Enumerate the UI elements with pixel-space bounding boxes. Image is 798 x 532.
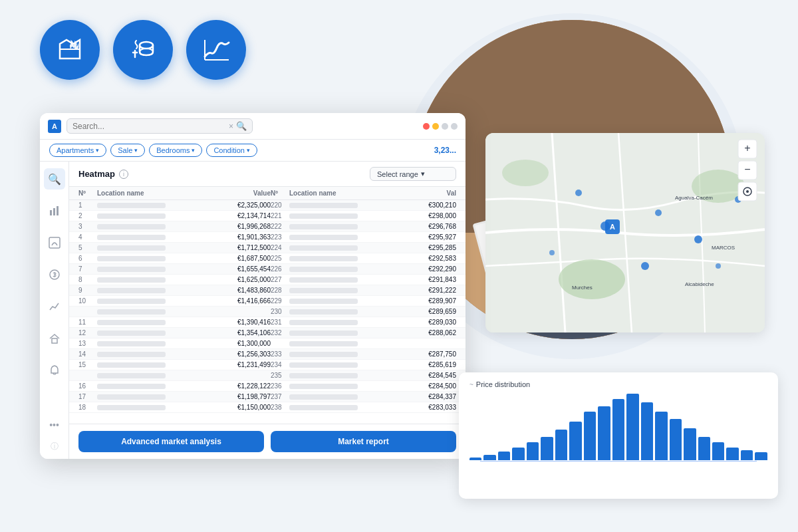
cell-loc1 [97,256,166,261]
sidebar-heatmap-icon[interactable] [44,232,65,253]
cell-n2: 233 [271,350,289,358]
sidebar-more-icon[interactable]: ••• [49,420,59,430]
sidebar-analytics-icon[interactable] [44,296,65,317]
cell-n2: 224 [271,244,289,251]
heatmap-info-icon: i [119,170,128,179]
cell-val2: €284,500 [403,382,456,390]
chart-bar [726,448,738,460]
cell-val1: €1,300,000 [211,340,271,347]
sidebar-barchart-icon[interactable] [44,200,65,221]
cell-val2: €289,907 [403,297,456,305]
cell-n1: 9 [78,287,97,294]
cell-val1: €1,901,363 [211,233,271,241]
settings-btn[interactable] [442,123,448,130]
cell-n2: 236 [271,382,289,390]
cell-loc2 [289,394,358,400]
chart-panel: ~ Price distribution [459,372,778,499]
cell-val1: €1,231,499 [211,361,271,368]
cell-val2: €295,285 [403,244,456,251]
table-row: 18 €1,150,000 238 €283,033 [69,402,466,413]
heatmap-header: Heatmap i Select range ▾ [69,162,466,187]
cell-n2: 223 [271,233,289,241]
close-window-btn[interactable] [423,123,430,130]
sidebar-bell-icon[interactable] [44,360,65,381]
svg-point-30 [655,209,662,216]
chart-bar [541,437,553,460]
table-row: 14 €1,256,303 233 €287,750 [69,349,466,360]
cell-n1: 13 [78,340,97,347]
filter-sale[interactable]: Sale ▾ [110,144,145,157]
chart-bar [584,412,596,460]
svg-point-35 [575,190,582,196]
filter-condition[interactable]: Condition ▾ [206,144,257,157]
table-row: 6 €1,687,500 225 €292,583 [69,253,466,264]
cell-loc1 [97,288,166,293]
chart-bar [712,442,724,460]
cell-n1: 1 [78,201,97,209]
cell-loc2 [289,373,358,378]
map-panel: Agualva-Cacém Murches MARCOS Alcabideche… [485,133,765,332]
cell-val1: €1,625,000 [211,276,271,283]
search-bar-container: × 🔍 [66,118,253,134]
filter-bedrooms[interactable]: Bedrooms ▾ [149,144,202,157]
map-fire-icon [40,20,100,80]
table-row: 230 €289,659 [69,307,466,317]
table-row: 3 €1,996,268 222 €296,768 [69,221,466,232]
search-close-icon[interactable]: × [229,122,233,131]
cell-loc1 [97,224,166,229]
cell-loc1 [97,299,166,304]
svg-text:MARCOS: MARCOS [712,245,735,251]
col-header-n1: Nº [78,190,97,197]
cell-val1: €1,712,500 [211,244,271,251]
advanced-analysis-button[interactable]: Advanced market analysis [78,431,264,452]
svg-point-47 [746,190,749,193]
cell-n2: 235 [271,372,289,379]
svg-point-34 [716,263,721,269]
sidebar-home-icon[interactable] [44,328,65,349]
sidebar-search-icon[interactable]: 🔍 [44,168,65,190]
filter-apartments[interactable]: Apartments ▾ [49,144,106,157]
expand-btn[interactable] [451,123,458,130]
market-chart-icon [186,20,246,80]
cell-n1: 14 [78,350,97,358]
minimize-window-btn[interactable] [432,123,439,130]
cell-val1: €1,416,666 [211,297,271,305]
cell-val1: €1,228,122 [211,382,271,390]
chart-bar [512,448,524,460]
filter-apartments-label: Apartments [57,146,94,154]
cell-n2: 229 [271,297,289,305]
cell-n2: 221 [271,212,289,219]
cell-loc1 [97,245,166,251]
cell-loc1 [97,267,166,272]
cell-loc2 [289,224,358,229]
cell-n1: 18 [78,404,97,411]
table-row: 8 €1,625,000 227 €291,843 [69,275,466,285]
chart-title: ~ Price distribution [469,380,767,388]
table-row: 7 €1,655,454 226 €292,290 [69,264,466,275]
chart-bar [469,458,481,460]
cell-loc2 [289,213,358,219]
col-header-val2: Val [403,190,456,197]
cell-loc1 [97,405,166,410]
svg-point-31 [694,235,702,243]
cell-loc2 [289,245,358,251]
heatmap-dropdown[interactable]: Select range ▾ [370,167,456,181]
cell-loc1 [97,277,166,283]
table-row: 16 €1,228,122 236 €284,500 [69,381,466,392]
chart-bar [698,437,710,460]
svg-point-0 [140,42,153,49]
search-input[interactable] [72,122,229,131]
chart-bar [498,452,510,460]
heatmap-title: Heatmap [78,169,115,179]
bottom-bar: Advanced market analysis Market report [69,424,466,459]
cell-val2: €292,583 [403,255,456,262]
market-report-button[interactable]: Market report [271,431,456,452]
sidebar-dollar-icon[interactable] [44,264,65,285]
chart-bar [670,419,682,460]
filter-sale-label: Sale [118,146,132,154]
filter-apartments-chevron: ▾ [96,147,99,154]
chart-bar [527,442,539,460]
cell-loc2 [289,331,358,336]
cell-val1: €1,256,303 [211,350,271,358]
cell-val2: €291,843 [403,276,456,283]
